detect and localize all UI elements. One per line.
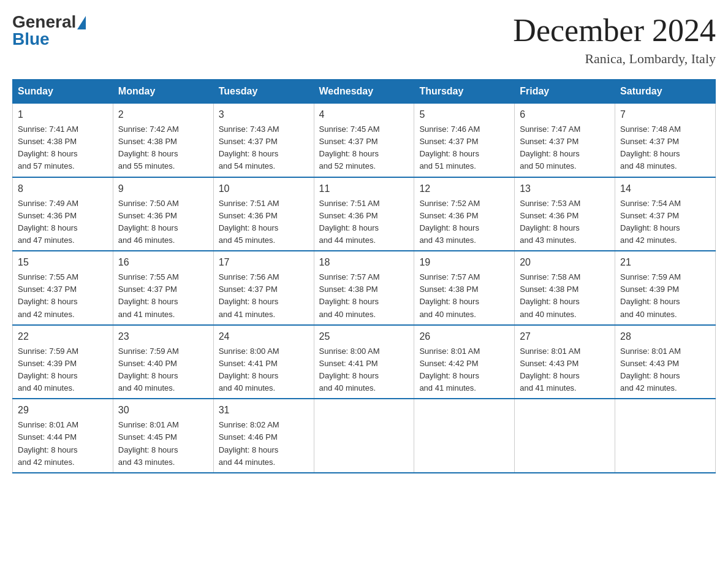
day-number: 6: [520, 107, 610, 122]
col-monday: Monday: [113, 80, 213, 104]
col-saturday: Saturday: [615, 80, 716, 104]
col-sunday: Sunday: [13, 80, 113, 104]
day-number: 13: [520, 182, 610, 196]
day-info: Sunrise: 7:57 AMSunset: 4:38 PMDaylight:…: [419, 271, 509, 321]
day-number: 8: [18, 182, 108, 196]
day-number: 24: [219, 329, 309, 344]
calendar-cell: 21Sunrise: 7:59 AMSunset: 4:39 PMDayligh…: [615, 251, 716, 325]
day-info: Sunrise: 7:55 AMSunset: 4:37 PMDaylight:…: [118, 271, 208, 321]
day-info: Sunrise: 7:57 AMSunset: 4:38 PMDaylight:…: [319, 271, 409, 321]
day-info: Sunrise: 7:42 AMSunset: 4:38 PMDaylight:…: [118, 123, 208, 173]
calendar-cell: 18Sunrise: 7:57 AMSunset: 4:38 PMDayligh…: [314, 251, 414, 325]
logo-blue-text: Blue: [12, 29, 50, 49]
day-info: Sunrise: 7:53 AMSunset: 4:36 PMDaylight:…: [520, 197, 610, 247]
day-info: Sunrise: 7:52 AMSunset: 4:36 PMDaylight:…: [419, 197, 509, 247]
day-number: 29: [18, 403, 108, 418]
day-number: 21: [620, 255, 710, 270]
day-number: 22: [18, 329, 108, 344]
calendar-cell: 30Sunrise: 8:01 AMSunset: 4:45 PMDayligh…: [113, 399, 213, 473]
day-info: Sunrise: 7:54 AMSunset: 4:37 PMDaylight:…: [620, 197, 710, 247]
calendar-cell: 11Sunrise: 7:51 AMSunset: 4:36 PMDayligh…: [314, 177, 414, 251]
day-info: Sunrise: 7:50 AMSunset: 4:36 PMDaylight:…: [118, 197, 208, 247]
calendar-cell: 1Sunrise: 7:41 AMSunset: 4:38 PMDaylight…: [13, 104, 113, 177]
calendar-cell: 29Sunrise: 8:01 AMSunset: 4:44 PMDayligh…: [13, 399, 113, 473]
page-header: General Blue December 2024 Ranica, Lomba…: [12, 12, 716, 67]
title-block: December 2024 Ranica, Lombardy, Italy: [513, 12, 716, 67]
calendar-cell: 28Sunrise: 8:01 AMSunset: 4:43 PMDayligh…: [615, 325, 716, 399]
day-info: Sunrise: 7:59 AMSunset: 4:40 PMDaylight:…: [118, 345, 208, 395]
calendar-cell: 2Sunrise: 7:42 AMSunset: 4:38 PMDaylight…: [113, 104, 213, 177]
col-wednesday: Wednesday: [314, 80, 414, 104]
day-info: Sunrise: 7:55 AMSunset: 4:37 PMDaylight:…: [18, 271, 108, 321]
day-info: Sunrise: 8:01 AMSunset: 4:45 PMDaylight:…: [118, 419, 208, 469]
day-number: 5: [419, 107, 509, 122]
calendar-week-row: 22Sunrise: 7:59 AMSunset: 4:39 PMDayligh…: [13, 325, 716, 399]
day-info: Sunrise: 7:49 AMSunset: 4:36 PMDaylight:…: [18, 197, 108, 247]
day-number: 17: [219, 255, 309, 270]
day-number: 31: [219, 403, 309, 418]
calendar-cell: 13Sunrise: 7:53 AMSunset: 4:36 PMDayligh…: [515, 177, 615, 251]
calendar-cell: 25Sunrise: 8:00 AMSunset: 4:41 PMDayligh…: [314, 325, 414, 399]
day-number: 16: [118, 255, 208, 270]
day-info: Sunrise: 7:56 AMSunset: 4:37 PMDaylight:…: [219, 271, 309, 321]
calendar-cell: [615, 399, 716, 473]
col-friday: Friday: [515, 80, 615, 104]
calendar-cell: [515, 399, 615, 473]
calendar-cell: 12Sunrise: 7:52 AMSunset: 4:36 PMDayligh…: [414, 177, 515, 251]
day-info: Sunrise: 7:43 AMSunset: 4:37 PMDaylight:…: [219, 123, 309, 173]
day-number: 1: [18, 107, 108, 122]
day-number: 20: [520, 255, 610, 270]
calendar-cell: 16Sunrise: 7:55 AMSunset: 4:37 PMDayligh…: [113, 251, 213, 325]
day-number: 2: [118, 107, 208, 122]
day-number: 7: [620, 107, 710, 122]
day-number: 18: [319, 255, 409, 270]
day-info: Sunrise: 8:00 AMSunset: 4:41 PMDaylight:…: [319, 345, 409, 395]
month-title: December 2024: [513, 12, 716, 48]
calendar-cell: 7Sunrise: 7:48 AMSunset: 4:37 PMDaylight…: [615, 104, 716, 177]
day-number: 9: [118, 182, 208, 196]
calendar-cell: 26Sunrise: 8:01 AMSunset: 4:42 PMDayligh…: [414, 325, 515, 399]
calendar-week-row: 29Sunrise: 8:01 AMSunset: 4:44 PMDayligh…: [13, 399, 716, 473]
day-number: 25: [319, 329, 409, 344]
day-info: Sunrise: 7:41 AMSunset: 4:38 PMDaylight:…: [18, 123, 108, 173]
calendar-week-row: 1Sunrise: 7:41 AMSunset: 4:38 PMDaylight…: [13, 104, 716, 177]
calendar-week-row: 8Sunrise: 7:49 AMSunset: 4:36 PMDaylight…: [13, 177, 716, 251]
day-number: 3: [219, 107, 309, 122]
day-info: Sunrise: 8:01 AMSunset: 4:43 PMDaylight:…: [620, 345, 710, 395]
day-info: Sunrise: 7:45 AMSunset: 4:37 PMDaylight:…: [319, 123, 409, 173]
day-info: Sunrise: 7:47 AMSunset: 4:37 PMDaylight:…: [520, 123, 610, 173]
day-info: Sunrise: 8:01 AMSunset: 4:44 PMDaylight:…: [18, 419, 108, 469]
calendar-cell: 9Sunrise: 7:50 AMSunset: 4:36 PMDaylight…: [113, 177, 213, 251]
day-info: Sunrise: 8:00 AMSunset: 4:41 PMDaylight:…: [219, 345, 309, 395]
calendar-cell: 6Sunrise: 7:47 AMSunset: 4:37 PMDaylight…: [515, 104, 615, 177]
col-thursday: Thursday: [414, 80, 515, 104]
day-number: 30: [118, 403, 208, 418]
calendar-cell: 8Sunrise: 7:49 AMSunset: 4:36 PMDaylight…: [13, 177, 113, 251]
day-info: Sunrise: 8:01 AMSunset: 4:42 PMDaylight:…: [419, 345, 509, 395]
day-info: Sunrise: 8:02 AMSunset: 4:46 PMDaylight:…: [219, 419, 309, 469]
day-info: Sunrise: 7:48 AMSunset: 4:37 PMDaylight:…: [620, 123, 710, 173]
day-number: 15: [18, 255, 108, 270]
day-info: Sunrise: 8:01 AMSunset: 4:43 PMDaylight:…: [520, 345, 610, 395]
day-info: Sunrise: 7:59 AMSunset: 4:39 PMDaylight:…: [620, 271, 710, 321]
calendar-week-row: 15Sunrise: 7:55 AMSunset: 4:37 PMDayligh…: [13, 251, 716, 325]
calendar-cell: 3Sunrise: 7:43 AMSunset: 4:37 PMDaylight…: [213, 104, 314, 177]
logo: General Blue: [12, 12, 86, 49]
calendar-cell: 22Sunrise: 7:59 AMSunset: 4:39 PMDayligh…: [13, 325, 113, 399]
day-number: 19: [419, 255, 509, 270]
calendar-cell: 15Sunrise: 7:55 AMSunset: 4:37 PMDayligh…: [13, 251, 113, 325]
calendar-cell: 4Sunrise: 7:45 AMSunset: 4:37 PMDaylight…: [314, 104, 414, 177]
col-tuesday: Tuesday: [213, 80, 314, 104]
calendar-cell: 31Sunrise: 8:02 AMSunset: 4:46 PMDayligh…: [213, 399, 314, 473]
day-info: Sunrise: 7:58 AMSunset: 4:38 PMDaylight:…: [520, 271, 610, 321]
day-info: Sunrise: 7:46 AMSunset: 4:37 PMDaylight:…: [419, 123, 509, 173]
calendar-cell: 27Sunrise: 8:01 AMSunset: 4:43 PMDayligh…: [515, 325, 615, 399]
day-info: Sunrise: 7:59 AMSunset: 4:39 PMDaylight:…: [18, 345, 108, 395]
calendar-cell: [414, 399, 515, 473]
day-info: Sunrise: 7:51 AMSunset: 4:36 PMDaylight:…: [219, 197, 309, 247]
calendar-header-row: Sunday Monday Tuesday Wednesday Thursday…: [13, 80, 716, 104]
calendar-cell: 10Sunrise: 7:51 AMSunset: 4:36 PMDayligh…: [213, 177, 314, 251]
calendar-cell: 14Sunrise: 7:54 AMSunset: 4:37 PMDayligh…: [615, 177, 716, 251]
day-info: Sunrise: 7:51 AMSunset: 4:36 PMDaylight:…: [319, 197, 409, 247]
day-number: 11: [319, 182, 409, 196]
